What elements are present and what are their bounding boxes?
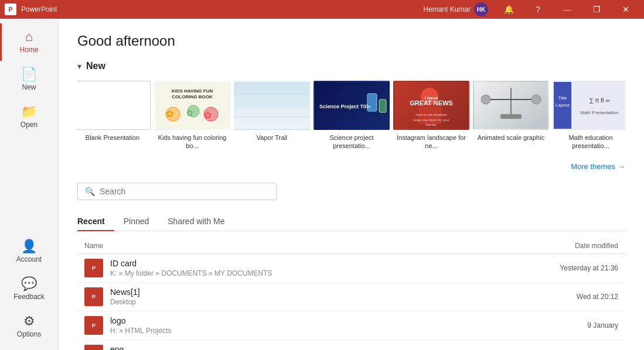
- scale-svg: [474, 82, 548, 129]
- sidebar-item-label-new: New: [22, 83, 36, 91]
- svg-text:COLORING BOOK: COLORING BOOK: [172, 94, 213, 99]
- file-row[interactable]: P logo H: » HTML Projects 9 January: [77, 311, 625, 340]
- file-row[interactable]: P News[1] Desktop Wed at 20:12: [77, 283, 625, 311]
- file-name: logo: [110, 316, 587, 325]
- template-kids[interactable]: KIDS HAVING FUN COLORING BOOK ✿ ✿ ✿ Kids…: [157, 81, 227, 150]
- file-date: Wed at 20:12: [577, 293, 618, 301]
- title-bar-left: P PowerPoint: [5, 4, 57, 15]
- tab-recent[interactable]: Recent: [77, 212, 114, 231]
- template-scale[interactable]: Animated scale graphic: [476, 81, 546, 150]
- open-icon: 📁: [21, 105, 37, 118]
- template-thumb-scale: [473, 81, 549, 130]
- file-path: Desktop: [110, 298, 577, 306]
- file-icon-eng: P: [84, 345, 103, 350]
- options-icon: ⚙: [23, 315, 35, 328]
- file-date: Yesterday at 21:36: [560, 264, 618, 272]
- template-label-science: Science project presentatio...: [316, 133, 387, 150]
- svg-text:Title: Title: [558, 95, 567, 101]
- home-icon: ⌂: [25, 30, 33, 43]
- new-section-title: New: [86, 61, 105, 71]
- file-path: H: » HTML Projects: [110, 327, 587, 335]
- file-info-logo1: logo H: » HTML Projects: [110, 316, 587, 335]
- template-math[interactable]: Title Layout ∑ π θ ∞ Math Presentation M…: [556, 81, 625, 150]
- templates-grid: Blank Presentation KIDS HAVING FUN COLOR…: [77, 81, 625, 150]
- file-date: 9 January: [587, 321, 618, 330]
- svg-text:✿: ✿: [166, 109, 173, 119]
- title-bar-right: Hemant Kumar HK 🔔 ? — ❐ ✕: [423, 0, 639, 19]
- file-tabs: Recent Pinned Shared with Me: [77, 212, 625, 231]
- template-science[interactable]: Science Project Title Science project pr…: [316, 81, 387, 150]
- sidebar-item-open[interactable]: 📁 Open: [0, 98, 58, 136]
- sidebar-item-options[interactable]: ⚙ Options: [0, 308, 58, 345]
- sidebar-item-label-options: Options: [17, 330, 41, 338]
- help-button[interactable]: ?: [524, 0, 551, 19]
- template-vapor[interactable]: Vapor Trail: [237, 81, 307, 150]
- sidebar-bottom: 👤 Account 💬 Feedback ⚙ Options: [0, 233, 58, 350]
- template-thumb-instagram: I have GREAT NEWS Here is the headline n…: [393, 81, 469, 130]
- template-label-vapor: Vapor Trail: [257, 133, 287, 142]
- template-label-scale: Animated scale graphic: [478, 133, 544, 142]
- tab-pinned[interactable]: Pinned: [124, 212, 159, 231]
- sidebar-item-label-open: Open: [21, 121, 38, 129]
- file-icon-logo1: P: [84, 316, 103, 335]
- file-name: News[1]: [110, 287, 577, 297]
- svg-text:GREAT NEWS: GREAT NEWS: [410, 99, 453, 107]
- search-box: 🔍: [77, 183, 277, 200]
- svg-text:∑ π θ ∞: ∑ π θ ∞: [589, 97, 609, 104]
- svg-rect-16: [379, 99, 386, 112]
- science-svg: Science Project Title: [315, 82, 389, 129]
- restore-button[interactable]: ❐: [583, 0, 610, 19]
- file-name: ID card: [110, 259, 560, 268]
- instagram-svg: I have GREAT NEWS Here is the headline n…: [394, 82, 468, 129]
- file-row[interactable]: P ID card K: » My folder » DOCUMENTS » M…: [77, 254, 625, 283]
- more-themes-link[interactable]: More themes →: [77, 162, 625, 171]
- sidebar: ⌂ Home 📄 New 📁 Open 👤 Account 💬 Feedback…: [0, 19, 59, 350]
- chevron-down-icon[interactable]: ▾: [77, 61, 81, 71]
- app-name: PowerPoint: [21, 5, 57, 13]
- template-thumb-math: Title Layout ∑ π θ ∞ Math Presentation: [553, 81, 625, 130]
- template-blank[interactable]: Blank Presentation: [77, 81, 148, 150]
- sidebar-item-feedback[interactable]: 💬 Feedback: [0, 270, 58, 308]
- account-icon: 👤: [21, 240, 37, 253]
- svg-text:KIDS HAVING FUN: KIDS HAVING FUN: [172, 88, 213, 94]
- tab-shared[interactable]: Shared with Me: [168, 212, 234, 231]
- vapor-svg: [235, 82, 309, 129]
- search-input[interactable]: [100, 187, 269, 196]
- template-thumb-blank: [77, 81, 151, 130]
- svg-text:Here is the headline: Here is the headline: [415, 113, 447, 116]
- file-icon-idcard: P: [84, 259, 103, 277]
- sidebar-item-account[interactable]: 👤 Account: [0, 233, 58, 270]
- user-name: Hemant Kumar: [423, 5, 471, 13]
- arrow-right-icon: →: [618, 162, 625, 171]
- svg-text:✿: ✿: [204, 110, 212, 120]
- svg-rect-15: [367, 94, 377, 111]
- svg-rect-28: [500, 114, 522, 119]
- template-label-blank: Blank Presentation: [86, 133, 139, 142]
- files-header-date: Date modified: [575, 242, 618, 250]
- close-button[interactable]: ✕: [612, 0, 639, 19]
- notifications-button[interactable]: 🔔: [495, 0, 522, 19]
- file-info-news: News[1] Desktop: [110, 287, 577, 306]
- file-info-eng: eng Desktop » PPTX » pptx: [110, 345, 582, 350]
- minimize-button[interactable]: —: [554, 0, 581, 19]
- greeting: Good afternoon: [77, 33, 625, 49]
- sidebar-item-home[interactable]: ⌂ Home: [0, 23, 58, 61]
- template-thumb-vapor: [234, 81, 310, 130]
- title-bar: P PowerPoint Hemant Kumar HK 🔔 ? — ❐ ✕: [0, 0, 644, 19]
- files-list: Name Date modified P ID card K: » My fol…: [77, 238, 625, 350]
- file-path: K: » My folder » DOCUMENTS » MY DOCUMENT…: [110, 269, 560, 277]
- file-icon-news: P: [84, 287, 103, 306]
- feedback-icon: 💬: [21, 277, 37, 290]
- file-row[interactable]: P eng Desktop » PPTX » pptx 25-12-2022: [77, 340, 625, 350]
- user-info[interactable]: Hemant Kumar HK: [423, 2, 488, 16]
- template-thumb-kids: KIDS HAVING FUN COLORING BOOK ✿ ✿ ✿: [154, 81, 230, 130]
- svg-point-27: [531, 95, 541, 104]
- user-avatar: HK: [474, 2, 488, 16]
- sidebar-item-label-home: Home: [19, 46, 38, 54]
- template-instagram[interactable]: I have GREAT NEWS Here is the headline n…: [396, 81, 466, 150]
- more-themes-text: More themes: [571, 162, 615, 171]
- file-name: eng: [110, 345, 582, 350]
- sidebar-item-new[interactable]: 📄 New: [0, 61, 58, 98]
- kids-svg: KIDS HAVING FUN COLORING BOOK ✿ ✿ ✿: [155, 82, 229, 129]
- new-icon: 📄: [21, 68, 37, 81]
